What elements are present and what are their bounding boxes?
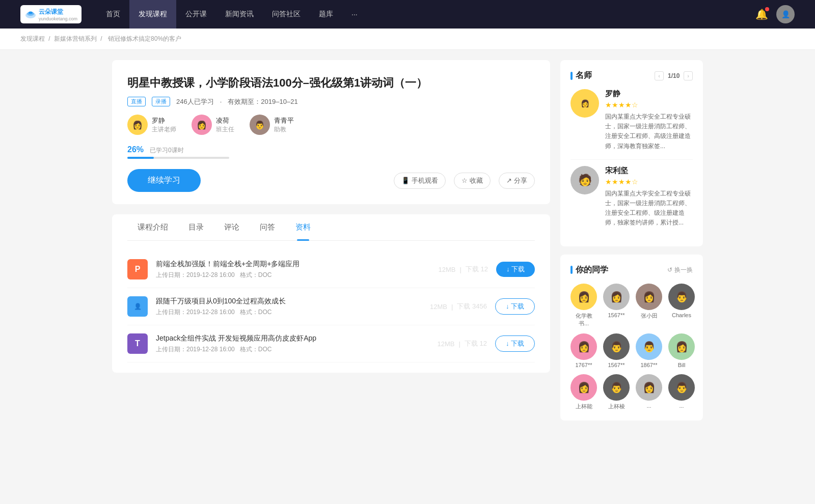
file-item-2: T Jetpack全组件实战 开发短视频应用高仿皮皮虾App 上传日期：2019… xyxy=(127,325,535,362)
teacher-panel-avatar-1: 🧑 xyxy=(570,166,599,194)
breadcrumb-link-series[interactable]: 新媒体营销系列 xyxy=(54,35,97,42)
teacher-role-0: 主讲老师 xyxy=(152,125,176,134)
progress-bar-wrap xyxy=(127,157,229,159)
teacher-role-1: 班主任 xyxy=(216,125,234,134)
nav-item-open[interactable]: 公开课 xyxy=(176,0,216,29)
next-teacher-btn[interactable]: › xyxy=(684,71,693,80)
teacher-info-0: 罗静 主讲老师 xyxy=(152,116,176,134)
download-button-0[interactable]: ↓ 下载 xyxy=(496,262,535,277)
badge-record: 录播 xyxy=(152,97,170,106)
student-name-3: Charles xyxy=(672,312,691,318)
breadcrumb: 发现课程 / 新媒体营销系列 / 销冠修炼术搞定80%的客户 xyxy=(0,29,815,50)
file-meta-1: 上传日期：2019-12-28 16:00 格式：DOC xyxy=(156,308,422,317)
file-meta-2: 上传日期：2019-12-28 16:00 格式：DOC xyxy=(156,345,429,354)
bell-icon[interactable]: 🔔 xyxy=(755,8,768,20)
student-item-5: 👨 1567** xyxy=(603,333,630,368)
tab-review[interactable]: 评论 xyxy=(214,214,250,240)
nav-item-exam[interactable]: 题库 xyxy=(310,0,342,29)
download-button-1[interactable]: ↓ 下载 xyxy=(495,298,535,315)
teacher-avatar-2: 👨 xyxy=(250,115,270,135)
nav-item-qa[interactable]: 问答社区 xyxy=(263,0,310,29)
collect-button[interactable]: ☆ 收藏 xyxy=(454,173,491,189)
refresh-icon: ↺ xyxy=(667,266,672,273)
file-stats-0: 12MB | 下载 12 xyxy=(438,265,487,274)
teacher-name-1: 凌荷 xyxy=(216,116,234,125)
dot-sep: · xyxy=(220,98,222,105)
teacher-avatar-1: 👩 xyxy=(192,115,212,135)
student-name-7: Bill xyxy=(678,362,686,368)
teacher-item-1: 👩 凌荷 班主任 xyxy=(192,115,234,135)
teacher-name-2: 青青平 xyxy=(274,116,294,125)
prev-teacher-btn[interactable]: ‹ xyxy=(655,71,664,80)
logo-icon xyxy=(24,8,37,20)
nav-item-home[interactable]: 首页 xyxy=(97,0,129,29)
file-meta-0: 上传日期：2019-12-28 16:00 格式：DOC xyxy=(156,271,430,279)
share-button[interactable]: ↗ 分享 xyxy=(499,173,535,189)
right-panel: 名师 ‹ 1/10 › 👩 罗静 ★★★★☆ 国内某重点大学安全工程专业硕士，国… xyxy=(560,60,703,429)
student-avatar-3: 👨 xyxy=(668,284,695,310)
file-name-0: 前端全栈加强版！前端全栈+全周期+多端应用 xyxy=(156,260,430,269)
nav-item-discover[interactable]: 发现课程 xyxy=(129,0,176,29)
file-icon-2: T xyxy=(127,333,148,354)
student-avatar-10: 👩 xyxy=(636,374,662,401)
nav-right: 🔔 👤 xyxy=(755,5,795,23)
file-item-1: 👤 跟随千万级项目从0到100全过程高效成长 上传日期：2019-12-28 1… xyxy=(127,288,535,325)
logo-box: 云朵课堂 yunduoketang.com xyxy=(20,5,82,23)
left-panel: 明星中教授课，小学阶段语法100分–强化级第1讲动词（一） 直播 录播 246人… xyxy=(112,60,550,429)
student-item-4: 👩 1767** xyxy=(570,333,597,368)
student-name-9: 上杯棱 xyxy=(608,403,625,410)
student-avatar-2: 👩 xyxy=(636,284,662,310)
student-item-8: 👩 上杯能 xyxy=(570,374,597,410)
refresh-label: 换一换 xyxy=(674,266,693,274)
tab-qa[interactable]: 问答 xyxy=(250,214,285,240)
user-avatar-nav[interactable]: 👤 xyxy=(776,5,795,23)
teacher-panel-info-0: 罗静 ★★★★☆ 国内某重点大学安全工程专业硕士，国家一级注册消防工程师、注册安… xyxy=(605,89,693,151)
teacher-panel-desc-0: 国内某重点大学安全工程专业硕士，国家一级注册消防工程师、注册安全工程师、高级注册… xyxy=(605,112,693,151)
share-icon: ↗ xyxy=(506,177,512,184)
teacher-panel-name-1: 宋利坚 xyxy=(605,166,693,176)
tab-material[interactable]: 资料 xyxy=(285,214,321,240)
tab-catalog[interactable]: 目录 xyxy=(178,214,214,240)
logo-text: 云朵课堂 xyxy=(39,8,63,15)
student-name-0: 化学教书... xyxy=(570,312,597,327)
refresh-button[interactable]: ↺ 换一换 xyxy=(667,266,693,274)
nav-item-news[interactable]: 新闻资讯 xyxy=(216,0,263,29)
teacher-role-2: 助教 xyxy=(274,125,294,134)
main-container: 明星中教授课，小学阶段语法100分–强化级第1讲动词（一） 直播 录播 246人… xyxy=(102,50,713,439)
file-stats-1: 12MB | 下载 3456 xyxy=(430,302,487,311)
student-avatar-6: 👨 xyxy=(636,333,662,360)
progress-section: 26% 已学习0课时 xyxy=(127,145,535,159)
file-info-1: 跟随千万级项目从0到100全过程高效成长 上传日期：2019-12-28 16:… xyxy=(156,297,422,317)
student-name-4: 1767** xyxy=(575,362,592,368)
teacher-panel-item-0: 👩 罗静 ★★★★☆ 国内某重点大学安全工程专业硕士，国家一级注册消防工程师、注… xyxy=(570,89,693,151)
title-bar-icon xyxy=(570,72,573,80)
continue-button[interactable]: 继续学习 xyxy=(127,169,201,192)
teachers-panel-title: 名师 ‹ 1/10 › xyxy=(570,70,693,81)
course-card: 明星中教授课，小学阶段语法100分–强化级第1讲动词（一） 直播 录播 246人… xyxy=(112,60,550,204)
tab-content: P 前端全栈加强版！前端全栈+全周期+多端应用 上传日期：2019-12-28 … xyxy=(127,241,535,373)
progress-bar-fill xyxy=(127,157,154,159)
teacher-avatar-0: 👩 xyxy=(127,115,148,135)
student-avatar-9: 👨 xyxy=(603,374,630,401)
breadcrumb-link-discover[interactable]: 发现课程 xyxy=(20,35,45,42)
collect-label: 收藏 xyxy=(470,176,483,185)
students-title-bar xyxy=(570,266,573,274)
teacher-panel-info-1: 宋利坚 ★★★★☆ 国内某重点大学安全工程专业硕士，国家一级注册消防工程师、注册… xyxy=(605,166,693,228)
teacher-panel-desc-1: 国内某重点大学安全工程专业硕士，国家一级注册消防工程师、注册安全工程师、级注册建… xyxy=(605,189,693,228)
file-info-2: Jetpack全组件实战 开发短视频应用高仿皮皮虾App 上传日期：2019-1… xyxy=(156,334,429,354)
student-name-6: 1867** xyxy=(640,362,657,368)
nav-item-more[interactable]: ··· xyxy=(342,0,367,29)
download-button-2[interactable]: ↓ 下载 xyxy=(495,335,535,352)
tab-intro[interactable]: 课程介绍 xyxy=(127,214,178,240)
student-name-8: 上杯能 xyxy=(576,403,592,410)
teacher-info-1: 凌荷 班主任 xyxy=(216,116,234,134)
teachers: 👩 罗静 主讲老师 👩 凌荷 班主任 👨 青青平 xyxy=(127,115,535,135)
student-name-1: 1567** xyxy=(608,312,624,318)
file-stats-2: 12MB | 下载 12 xyxy=(437,339,486,348)
stars-0: ★★★★☆ xyxy=(605,101,693,109)
mobile-watch-button[interactable]: 📱 手机观看 xyxy=(394,173,446,189)
student-item-10: 👩 ... xyxy=(636,374,662,410)
logo[interactable]: 云朵课堂 yunduoketang.com xyxy=(20,5,82,23)
file-name-1: 跟随千万级项目从0到100全过程高效成长 xyxy=(156,297,422,306)
student-name-11: ... xyxy=(679,403,684,409)
